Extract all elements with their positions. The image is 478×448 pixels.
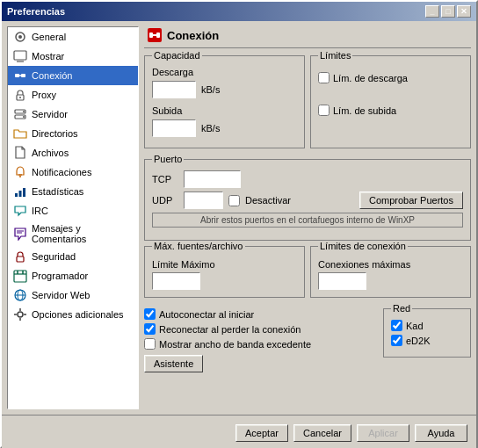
autoconectar-checkbox[interactable] [144,308,156,320]
sidebar-item-mostrar[interactable]: Mostrar [8,47,138,66]
tcp-row: TCP 63867 [152,170,463,188]
svg-rect-5 [21,74,25,77]
red-title: Red [391,303,412,314]
subida-label: Subida [152,105,297,116]
sidebar-label-proxy: Proxy [32,90,56,100]
sidebar-item-seguridad[interactable]: Seguridad [8,247,138,266]
ayuda-button[interactable]: Ayuda [415,424,467,442]
lim-descarga-row: Lím. de descarga [318,72,463,83]
sidebar-item-irc[interactable]: IRC [8,201,138,220]
limites-conexion-title: Límites de conexión [318,241,408,251]
footer: Aceptar Cancelar Aplicar Ayuda [2,415,476,448]
sidebar-item-servidor[interactable]: Servidor [8,105,138,124]
sidebar-label-seguridad: Seguridad [32,251,76,262]
opciones-icon [13,307,27,322]
sidebar-label-irc: IRC [32,206,48,216]
sidebar-label-servidor-web: Servidor Web [32,290,90,300]
archivos-icon [13,146,27,160]
sidebar-item-directorios[interactable]: Directorios [8,124,138,143]
ed2k-checkbox[interactable] [391,335,402,346]
desactivar-label: Desactivar [245,195,291,206]
panel-title-text: Conexión [167,29,219,42]
udp-label: UDP [152,195,178,206]
sidebar: General Mostrar Conexión Proxy [7,26,139,409]
lim-subida-checkbox[interactable] [318,105,330,116]
title-bar-buttons: _ □ ✕ [425,5,471,18]
window-content: General Mostrar Conexión Proxy [2,21,476,415]
puerto-title: Puerto [152,154,184,164]
tcp-input[interactable]: 63867 [184,170,241,188]
limites-title: Límites [318,50,352,61]
minimize-button[interactable]: _ [425,5,439,18]
red-group: Red Kad eD2K [383,308,471,358]
descarga-row: 150 kB/s [152,81,297,98]
ed2k-label: eD2K [406,336,431,346]
kad-checkbox[interactable] [391,320,402,331]
reconectar-checkbox[interactable] [144,323,156,335]
sidebar-item-servidor-web[interactable]: Servidor Web [8,285,138,305]
sidebar-item-proxy[interactable]: Proxy [8,85,138,105]
svg-point-28 [18,312,23,317]
firewall-info: Abrir estos puertos en el cortafuegos in… [152,213,463,228]
capacidad-fields: Descarga 150 kB/s Subida 0 kB/s [152,67,297,141]
panel-title-bar: Conexión [144,26,471,48]
mostrar-icon [13,49,27,63]
sidebar-label-servidor: Servidor [32,109,68,119]
mensajes-icon [13,227,27,241]
svg-rect-16 [19,191,22,197]
aceptar-button[interactable]: Aceptar [235,424,288,442]
udp-input[interactable]: 8250 [184,191,223,209]
sidebar-item-notificaciones[interactable]: Notificaciones [8,163,138,182]
sidebar-item-archivos[interactable]: Archivos [8,143,138,163]
desactivar-checkbox[interactable] [228,195,240,206]
svg-rect-33 [149,33,153,38]
svg-rect-4 [15,74,19,77]
sidebar-item-general[interactable]: General [8,27,138,47]
directorios-icon [13,126,27,141]
limite-maximo-input[interactable]: 400 [152,272,200,290]
svg-point-12 [23,116,25,118]
descarga-input[interactable]: 150 [152,81,196,98]
sidebar-item-opciones[interactable]: Opciones adicionales [8,305,138,324]
udp-row: UDP 8250 Desactivar Comprobar Puertos [152,191,463,209]
sidebar-item-programador[interactable]: Programador [8,266,138,285]
comprobar-puertos-button[interactable]: Comprobar Puertos [359,191,463,209]
svg-point-11 [23,111,25,112]
autoconectar-label: Autoconectar al iniciar [159,309,254,320]
sidebar-label-programador: Programador [32,271,88,281]
left-checks: Autoconectar al iniciar Reconectar al pe… [144,308,376,372]
limites-conexion-group: Límites de conexión Conexiones máximas 5… [310,246,471,298]
main-panel: Conexión Capacidad Descarga 150 kB/s [144,26,471,409]
capacidad-limites-row: Capacidad Descarga 150 kB/s Subida 0 kB [144,55,471,154]
cancelar-button[interactable]: Cancelar [293,424,351,442]
kad-row: Kad [391,320,463,331]
irc-icon [13,204,27,218]
sidebar-item-conexion[interactable]: Conexión [8,66,138,85]
aplicar-button[interactable]: Aplicar [357,424,409,442]
reconectar-row: Reconectar al perder la conexión [144,323,376,335]
bottom-section: Autoconectar al iniciar Reconectar al pe… [144,308,471,372]
autoconectar-row: Autoconectar al iniciar [144,308,376,320]
sidebar-item-mensajes[interactable]: Mensajes y Comentarios [8,220,138,247]
svg-rect-20 [17,257,24,262]
servidor-icon [13,107,27,121]
sidebar-label-general: General [32,32,66,42]
conexiones-maximas-input[interactable]: 500 [318,272,366,290]
conexion-icon [13,69,27,83]
notificaciones-icon [13,165,27,179]
ancho-checkbox[interactable] [144,338,156,350]
maximize-button[interactable]: □ [441,5,455,18]
svg-rect-34 [156,33,160,38]
sidebar-item-estadisticas[interactable]: Estadísticas [8,182,138,201]
subida-input[interactable]: 0 [152,119,196,137]
lim-subida-label: Lím. de subida [333,105,396,116]
seguridad-icon [13,249,27,264]
asistente-button[interactable]: Asistente [144,355,203,372]
lim-descarga-checkbox[interactable] [318,72,330,83]
svg-rect-21 [14,271,26,282]
general-icon [13,30,27,44]
sidebar-label-estadisticas: Estadísticas [32,186,83,197]
title-bar: Preferencias _ □ ✕ [2,2,476,21]
conexiones-maximas-label: Conexiones máximas [318,259,463,270]
close-button[interactable]: ✕ [457,5,471,18]
